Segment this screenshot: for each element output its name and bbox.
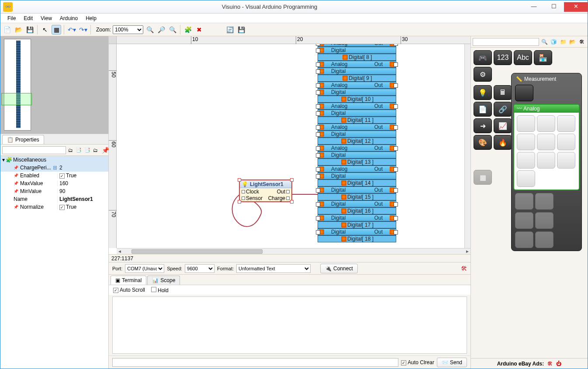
palette-item[interactable] — [557, 115, 575, 132]
pin-connector[interactable] — [394, 62, 398, 67]
canvas-grid[interactable]: 💡 LightSensor1 ClockOutSensorCharge Anal… — [117, 44, 464, 248]
canvas[interactable]: 10203040 506070 — [109, 36, 470, 254]
pin-connector[interactable] — [316, 153, 320, 158]
board-row[interactable]: Digital — [318, 110, 396, 117]
prop-expand-icon[interactable]: 📑 — [75, 145, 82, 155]
pin-connector[interactable] — [316, 69, 320, 74]
board-row[interactable]: Digital[ 8 ] — [318, 54, 396, 61]
palette-category[interactable]: 🎨 — [474, 135, 492, 150]
component-pin-row[interactable]: ClockOut — [240, 188, 291, 195]
menu-edit[interactable]: Edit — [20, 14, 36, 22]
auto-scroll-checkbox[interactable]: ✓Auto Scroll — [113, 287, 145, 293]
board-row[interactable]: Digital[ 13 ] — [318, 159, 396, 166]
delete-button[interactable]: ✖ — [194, 25, 204, 34]
palette-category[interactable]: 🖩 — [494, 85, 512, 100]
selection-handle[interactable] — [290, 178, 294, 182]
board-row[interactable]: AnalogOut — [318, 103, 396, 110]
palette-config-icon[interactable]: 🧊 — [550, 37, 557, 47]
board-row[interactable]: DigitalOut — [318, 186, 396, 193]
pin-panel-icon[interactable]: 📌 — [102, 147, 109, 154]
prop-categorize-icon[interactable]: 🗂 — [68, 145, 73, 155]
property-row-maxvalue[interactable]: 📌MaxValue160 — [0, 179, 108, 187]
scroll-left-icon[interactable]: ◄ — [117, 249, 123, 254]
board-row[interactable]: Digital — [318, 172, 396, 179]
palette-item[interactable] — [537, 152, 555, 169]
auto-clear-checkbox[interactable]: ✓Auto Clrear — [401, 359, 434, 366]
pin-connector[interactable] — [316, 132, 320, 137]
component-lightsensor1[interactable]: 💡 LightSensor1 ClockOutSensorCharge — [239, 179, 292, 202]
board-row[interactable]: Digital[ 10 ] — [318, 96, 396, 103]
board-row[interactable]: Digital[ 16 ] — [318, 207, 396, 214]
board-row[interactable]: Digital[ 11 ] — [318, 117, 396, 124]
menu-help[interactable]: Help — [82, 14, 100, 22]
tab-terminal[interactable]: ▣ Terminal — [111, 276, 146, 285]
pin-connector[interactable] — [316, 146, 320, 151]
pin-connector[interactable] — [394, 202, 398, 207]
search-icon[interactable]: 🔍 — [540, 37, 548, 47]
palette-category[interactable]: 🔗 — [494, 102, 512, 117]
pin-connector[interactable] — [316, 111, 320, 116]
pin-connector[interactable] — [316, 62, 320, 67]
board-row[interactable]: AnalogOut — [318, 82, 396, 89]
palette-item[interactable] — [557, 134, 575, 150]
pin-connector[interactable] — [316, 83, 320, 88]
property-row-enabled[interactable]: 📌Enabled✓True — [0, 172, 108, 179]
undo-button[interactable]: ↶▾ — [67, 25, 76, 34]
zoom-in-button[interactable]: 🔍 — [145, 25, 155, 34]
open-button[interactable]: 📂 — [14, 25, 23, 34]
selection-handle[interactable] — [238, 178, 241, 182]
palette-folder2-icon[interactable]: 📂 — [568, 37, 576, 47]
arduino-board[interactable]: AnalogOutDigitalDigital[ 8 ]AnalogOutDig… — [318, 44, 396, 242]
pin-connector[interactable] — [316, 167, 320, 172]
pin-connector[interactable] — [316, 125, 320, 130]
serial-settings-icon[interactable]: 🛠 — [461, 265, 467, 272]
palette-category[interactable]: 🎮 — [474, 50, 492, 65]
palette-folder-icon[interactable]: 📁 — [559, 37, 567, 47]
pin-connector[interactable] — [316, 104, 320, 109]
port-select[interactable]: COM7 (Unava — [125, 264, 164, 273]
board-row[interactable]: AnalogOut — [318, 145, 396, 152]
expand-icon[interactable]: ⊞ — [53, 165, 57, 171]
serial-button[interactable]: 💾 — [236, 25, 246, 34]
pin-dot[interactable] — [242, 190, 245, 193]
pin-connector[interactable] — [316, 188, 320, 193]
serial-input[interactable] — [112, 358, 398, 367]
board-row[interactable]: AnalogOut — [318, 61, 396, 68]
palette-category[interactable]: 123 — [494, 50, 512, 65]
speed-select[interactable]: 9600 — [185, 264, 214, 273]
palette-item[interactable] — [537, 115, 555, 132]
pin-connector[interactable] — [394, 104, 398, 109]
menu-arduino[interactable]: Arduino — [56, 14, 81, 22]
board-row[interactable]: Digital[ 15 ] — [318, 193, 396, 200]
board-row[interactable]: Digital — [318, 47, 396, 54]
pin-dot[interactable] — [286, 197, 290, 200]
tool-grid[interactable]: ▦ — [52, 25, 61, 34]
pin-connector[interactable] — [316, 174, 320, 179]
component-pin-row[interactable]: SensorCharge — [240, 195, 291, 201]
tool-component[interactable]: 🧩 — [183, 25, 193, 34]
checkbox-icon[interactable]: ✓ — [59, 173, 65, 179]
pin-dot[interactable] — [286, 190, 290, 193]
zoom-select[interactable]: 100% — [113, 25, 143, 34]
palette-category[interactable]: 📄 — [474, 102, 492, 117]
palette-category[interactable]: 🏪 — [534, 50, 552, 65]
board-row[interactable]: Digital — [318, 89, 396, 96]
board-row[interactable]: Digital[ 18 ] — [318, 235, 396, 242]
properties-group[interactable]: ▾ 🧩 Miscellaneous — [0, 156, 108, 164]
pin-connector[interactable] — [394, 167, 398, 172]
palette-category[interactable]: 💡 — [474, 85, 492, 100]
hold-checkbox[interactable]: Hold — [151, 287, 169, 293]
property-row-normalize[interactable]: 📌Normalize✓True — [0, 203, 108, 211]
board-row[interactable]: Digital — [318, 152, 396, 159]
prop-collapse-icon[interactable]: 📑 — [84, 145, 91, 155]
zoom-out-button[interactable]: 🔎 — [156, 25, 166, 34]
palette-item[interactable] — [517, 170, 535, 187]
board-row[interactable]: Digital[ 17 ] — [318, 221, 396, 228]
palette-category[interactable]: ⚙ — [474, 67, 492, 82]
pin-connector[interactable] — [394, 83, 398, 88]
pin-connector[interactable] — [394, 44, 398, 46]
pin-dot[interactable] — [242, 197, 245, 200]
upload-button[interactable]: 🔄 — [225, 25, 235, 34]
board-row[interactable]: DigitalOut — [318, 228, 396, 235]
board-row[interactable]: Digital[ 9 ] — [318, 75, 396, 82]
